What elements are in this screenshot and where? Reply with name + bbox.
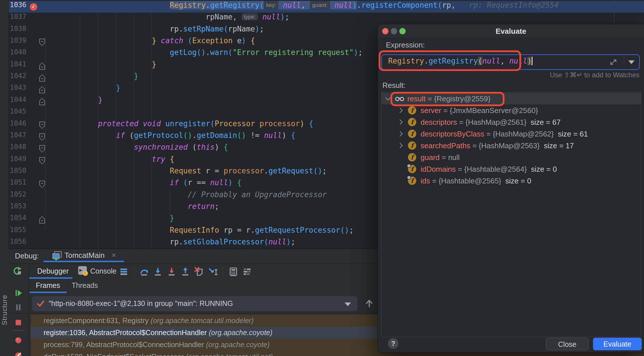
chevron-right-icon[interactable]: [397, 108, 403, 113]
fold-marker-icon[interactable]: [39, 216, 45, 224]
thread-dropdown[interactable]: "http-nio-8080-exec-1"@2,130 in group "m…: [32, 296, 357, 311]
expand-editor-icon[interactable]: [609, 58, 618, 67]
field-divider: [624, 56, 624, 68]
rail-divider: [12, 330, 25, 331]
tree-row[interactable]: result = {Registry@2559}: [382, 93, 641, 104]
frame-location: doRun:1500, NioEndpoint$SocketProcessor: [44, 353, 186, 356]
fold-marker-icon[interactable]: [39, 181, 45, 188]
code-text: }: [116, 84, 121, 95]
tree-row[interactable]: fdescriptorsByClass = {HashMap@2562} siz…: [382, 128, 641, 140]
focus-thread-arrow-icon[interactable]: [364, 298, 374, 308]
add-to-watches-hint: Use ⇧⌘↵ to add to Watches: [550, 71, 639, 79]
step-over-icon[interactable]: [139, 267, 149, 276]
tree-row[interactable]: fguard = null: [382, 151, 641, 163]
toolbar-separator: [134, 267, 134, 276]
resume-button[interactable]: [13, 288, 24, 298]
expression-history-chevron-icon[interactable]: [628, 60, 635, 64]
chevron-right-icon[interactable]: [397, 143, 403, 148]
fold-marker-icon[interactable]: [39, 98, 45, 105]
close-tab-icon[interactable]: ×: [111, 251, 116, 260]
rerun-debug-button[interactable]: [13, 266, 23, 276]
code-text: }: [152, 60, 156, 72]
drop-frame-icon[interactable]: [194, 267, 204, 276]
text-caret: [532, 57, 533, 65]
variable-value: = {HashMap@2561}: [459, 118, 526, 126]
chevron-right-icon[interactable]: [397, 119, 403, 124]
line-number: 1056: [9, 238, 26, 248]
run-to-cursor-icon[interactable]: [208, 267, 218, 276]
tab-threads[interactable]: Threads: [72, 281, 98, 290]
variable-size: size = 0: [505, 177, 531, 185]
frame-location: registerComponent:631, Registry: [44, 317, 151, 325]
close-button[interactable]: Close: [546, 338, 589, 350]
fold-marker-icon[interactable]: [39, 157, 45, 165]
line-number: 1054: [9, 214, 26, 226]
code-line[interactable]: 1037rpName, type: null);: [9, 13, 644, 24]
tree-row[interactable]: fsearchedPaths = {HashMap@2563} size = 1…: [382, 140, 641, 151]
line-number: 1040: [9, 48, 26, 60]
frame-package: (org.apache.coyote): [209, 329, 272, 337]
pin-overlay-icon: [407, 164, 411, 168]
fold-marker-icon[interactable]: [39, 122, 45, 129]
fold-marker-icon[interactable]: [39, 39, 45, 46]
hamburger-icon[interactable]: [119, 267, 129, 276]
tree-row[interactable]: fdescriptors = {HashMap@2561} size = 67: [382, 116, 641, 128]
frame-package: (org.apache.coyote): [206, 341, 270, 349]
evaluate-button[interactable]: Evaluate: [593, 338, 642, 350]
line-number: 1044: [9, 96, 26, 107]
expression-label: Expression:: [386, 41, 425, 50]
line-number: 1046: [9, 119, 26, 131]
chevron-down-icon[interactable]: [385, 95, 390, 100]
step-out-icon[interactable]: [180, 267, 190, 276]
variable-value: = null: [442, 153, 460, 162]
line-number: 1048: [9, 143, 26, 155]
tab-debugger[interactable]: Debugger: [37, 267, 69, 275]
thread-status-check-icon: [36, 299, 45, 308]
parameter-hint-chip: type:: [242, 13, 258, 20]
code-text: protected void unregister(Processor proc…: [98, 119, 313, 131]
fold-marker-icon[interactable]: [39, 86, 45, 93]
variable-size: size = 67: [531, 118, 561, 126]
line-number: 1036: [9, 1, 26, 13]
step-into-icon[interactable]: [153, 267, 163, 276]
code-line[interactable]: 1036Registry.getRegistry(key: null, guar…: [9, 1, 644, 13]
line-number: 1042: [9, 72, 26, 84]
help-button[interactable]: ?: [388, 338, 398, 349]
breakpoints-button[interactable]: [13, 335, 24, 346]
variable-size: size = 0: [531, 165, 557, 173]
code-text: // Probably an UpgradeProcessor: [188, 190, 327, 202]
structure-toolwindow-button[interactable]: Structure: [1, 295, 8, 325]
code-text: try {: [152, 155, 174, 167]
evaluate-expression-icon[interactable]: [228, 267, 238, 276]
breakpoint-icon[interactable]: [30, 3, 37, 11]
console-icon: [78, 266, 87, 275]
tree-row[interactable]: fidDomains = {Hashtable@2564} size = 0: [382, 163, 641, 175]
code-text: rp.setRpName(rpName);: [170, 25, 264, 36]
trace-icon[interactable]: [242, 267, 252, 276]
variable-value: = {Hashtable@2564}: [458, 165, 527, 173]
fold-marker-icon[interactable]: [39, 74, 45, 82]
tab-console[interactable]: Console: [90, 267, 117, 275]
tree-row[interactable]: fserver = {JmxMBeanServer@2560}: [382, 104, 641, 116]
field-icon: f: [408, 153, 416, 161]
tab-frames[interactable]: Frames: [36, 281, 60, 290]
pin-overlay-icon: [407, 175, 411, 180]
result-tree[interactable]: result = {Registry@2559}fserver = {JmxMB…: [381, 92, 641, 337]
pause-button[interactable]: [13, 302, 24, 313]
fold-marker-icon[interactable]: [39, 133, 45, 141]
fold-marker-icon[interactable]: [39, 62, 45, 70]
variable-name: descriptors = {HashMap@2561} size = 67: [421, 118, 561, 127]
fold-marker-icon[interactable]: [39, 145, 45, 153]
result-label: Result:: [382, 81, 406, 90]
tree-row[interactable]: fids = {Hashtable@2565} size = 0: [382, 175, 641, 187]
line-number: 1045: [9, 107, 26, 119]
expression-input[interactable]: Registry.getRegistry(null, null): [381, 54, 640, 70]
force-step-into-icon[interactable]: [167, 267, 176, 276]
code-text: }: [170, 214, 174, 226]
field-icon: f: [408, 130, 416, 138]
code-text: return;: [188, 202, 219, 214]
stop-button[interactable]: [13, 318, 24, 328]
dialog-titlebar[interactable]: Evaluate: [378, 24, 644, 38]
mute-breakpoints-button[interactable]: [13, 351, 24, 356]
chevron-right-icon[interactable]: [397, 131, 403, 136]
